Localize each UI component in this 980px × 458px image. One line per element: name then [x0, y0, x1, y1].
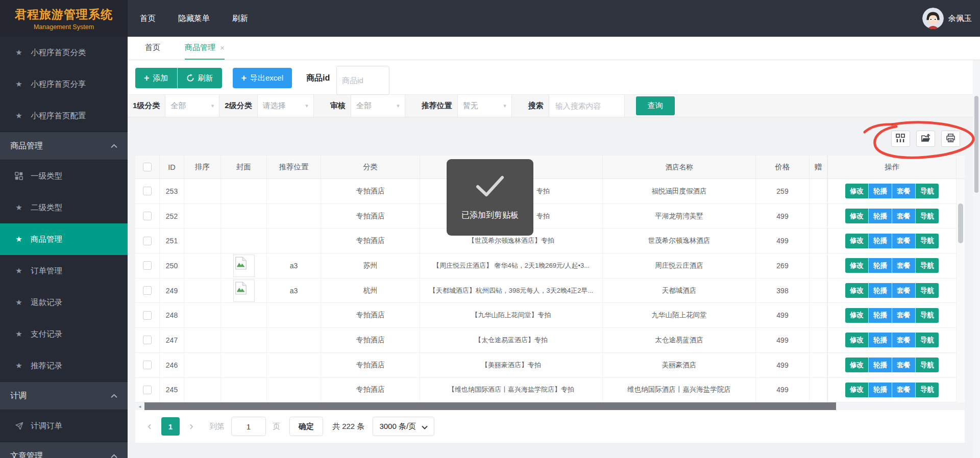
- nav-refresh[interactable]: 刷新: [232, 13, 248, 24]
- row-checkbox[interactable]: [143, 336, 152, 344]
- carousel-button[interactable]: 轮播: [869, 283, 892, 298]
- package-button[interactable]: 套餐: [892, 234, 915, 248]
- navigate-button[interactable]: 导航: [916, 184, 939, 198]
- row-checkbox[interactable]: [143, 361, 152, 369]
- col-id: ID: [160, 156, 184, 179]
- sidebar-item[interactable]: ★ 小程序首页分类: [0, 37, 128, 68]
- page-size-select[interactable]: 3000 条/页: [373, 417, 434, 436]
- row-checkbox[interactable]: [143, 187, 152, 195]
- navigate-button[interactable]: 导航: [916, 383, 939, 397]
- nav-home[interactable]: 首页: [140, 13, 156, 24]
- sidebar-group[interactable]: 文章管理: [0, 442, 128, 458]
- nav-hide-menu[interactable]: 隐藏菜单: [178, 13, 210, 24]
- sidebar-item-label: 商品管理: [10, 141, 43, 151]
- package-button[interactable]: 套餐: [892, 258, 915, 273]
- table-vertical-scrollbar[interactable]: [957, 179, 965, 402]
- navigate-button[interactable]: 导航: [916, 333, 939, 347]
- carousel-button[interactable]: 轮播: [869, 383, 892, 397]
- query-button[interactable]: 查询: [636, 96, 675, 115]
- carousel-button[interactable]: 轮播: [869, 308, 892, 323]
- current-page-button[interactable]: 1: [161, 417, 180, 436]
- carousel-button[interactable]: 轮播: [869, 258, 892, 273]
- confirm-page-button[interactable]: 确定: [289, 417, 323, 436]
- sidebar-item[interactable]: ★ 订单管理: [0, 255, 128, 287]
- package-button[interactable]: 套餐: [892, 184, 915, 198]
- recommend-filter-select[interactable]: 暂无 ▾: [458, 95, 512, 117]
- level1-filter-select[interactable]: 全部 ▾: [165, 95, 219, 117]
- row-checkbox[interactable]: [143, 286, 152, 295]
- horizontal-scrollbar[interactable]: ◂: [135, 402, 965, 410]
- sidebar-item[interactable]: ★ 退款记录: [0, 287, 128, 318]
- package-button[interactable]: 套餐: [892, 358, 915, 372]
- star-icon: ★: [14, 298, 24, 307]
- edit-button[interactable]: 修改: [845, 333, 868, 347]
- package-button[interactable]: 套餐: [892, 383, 915, 397]
- edit-button[interactable]: 修改: [845, 358, 868, 372]
- carousel-button[interactable]: 轮播: [869, 333, 892, 347]
- navigate-button[interactable]: 导航: [916, 209, 939, 223]
- refresh-button[interactable]: 刷新: [178, 68, 222, 88]
- sidebar-item[interactable]: ★ 支付记录: [0, 318, 128, 350]
- page-vertical-scrollbar[interactable]: [973, 60, 980, 458]
- carousel-button[interactable]: 轮播: [869, 209, 892, 223]
- tab-product-management[interactable]: 商品管理 ×: [185, 37, 225, 60]
- carousel-button[interactable]: 轮播: [869, 234, 892, 248]
- edit-button[interactable]: 修改: [845, 383, 868, 397]
- close-icon[interactable]: ×: [220, 43, 225, 52]
- goto-page-input[interactable]: [231, 417, 266, 436]
- row-checkbox[interactable]: [143, 237, 152, 245]
- edit-button[interactable]: 修改: [845, 209, 868, 223]
- export-excel-button[interactable]: + 导出excel: [233, 68, 292, 88]
- row-checkbox[interactable]: [143, 311, 152, 320]
- scrollbar-thumb[interactable]: [958, 203, 963, 243]
- package-button[interactable]: 套餐: [892, 308, 915, 323]
- sidebar-item[interactable]: 一级类型: [0, 160, 128, 192]
- row-actions: 修改轮播套餐导航: [845, 184, 939, 198]
- next-page-button[interactable]: ›: [184, 420, 199, 433]
- cell-category: 苏州: [321, 253, 420, 278]
- top-header: 君程旅游管理系统 Management System 首页 隐藏菜单 刷新 余佩…: [0, 0, 980, 37]
- sidebar-item[interactable]: ★ 二级类型: [0, 192, 128, 223]
- row-checkbox[interactable]: [143, 386, 152, 394]
- scrollbar-thumb[interactable]: [974, 96, 978, 193]
- row-checkbox[interactable]: [143, 212, 152, 220]
- edit-button[interactable]: 修改: [845, 184, 868, 198]
- navigate-button[interactable]: 导航: [916, 283, 939, 298]
- navigate-button[interactable]: 导航: [916, 358, 939, 372]
- carousel-button[interactable]: 轮播: [869, 184, 892, 198]
- package-button[interactable]: 套餐: [892, 283, 915, 298]
- package-button[interactable]: 套餐: [892, 209, 915, 223]
- search-input[interactable]: [549, 95, 625, 117]
- navigate-button[interactable]: 导航: [916, 258, 939, 273]
- edit-button[interactable]: 修改: [845, 308, 868, 323]
- row-checkbox[interactable]: [143, 261, 152, 270]
- sidebar-item[interactable]: ★ 推荐记录: [0, 350, 128, 381]
- print-button[interactable]: [941, 131, 960, 147]
- select-all-checkbox[interactable]: [143, 163, 152, 171]
- audit-filter-select[interactable]: 全部 ▾: [351, 95, 405, 117]
- navigate-button[interactable]: 导航: [916, 234, 939, 248]
- scrollbar-thumb[interactable]: [144, 402, 836, 410]
- carousel-button[interactable]: 轮播: [869, 358, 892, 372]
- sidebar-group[interactable]: 商品管理: [0, 132, 128, 160]
- package-button[interactable]: 套餐: [892, 333, 915, 347]
- sidebar-item[interactable]: 计调订单: [0, 410, 128, 442]
- product-id-input[interactable]: [336, 66, 389, 95]
- sidebar-item[interactable]: ★ 商品管理: [0, 223, 128, 255]
- sidebar-item[interactable]: ★ 小程序首页配置: [0, 100, 128, 132]
- export-data-button[interactable]: [916, 131, 935, 147]
- sidebar-group[interactable]: 计调: [0, 381, 128, 410]
- sidebar-item[interactable]: ★ 小程序首页分享: [0, 68, 128, 100]
- tab-home[interactable]: 首页: [145, 37, 160, 60]
- navigate-button[interactable]: 导航: [916, 308, 939, 323]
- edit-button[interactable]: 修改: [845, 258, 868, 273]
- avatar[interactable]: [922, 8, 944, 29]
- scroll-left-arrow[interactable]: ◂: [135, 402, 144, 410]
- edit-button[interactable]: 修改: [845, 234, 868, 248]
- columns-button[interactable]: [891, 131, 910, 147]
- level2-filter-select[interactable]: 请选择 ▾: [258, 95, 314, 117]
- add-button[interactable]: + 添加: [135, 68, 177, 88]
- prev-page-button[interactable]: ‹: [142, 420, 157, 433]
- edit-button[interactable]: 修改: [845, 283, 868, 298]
- cell-gift: [810, 228, 827, 253]
